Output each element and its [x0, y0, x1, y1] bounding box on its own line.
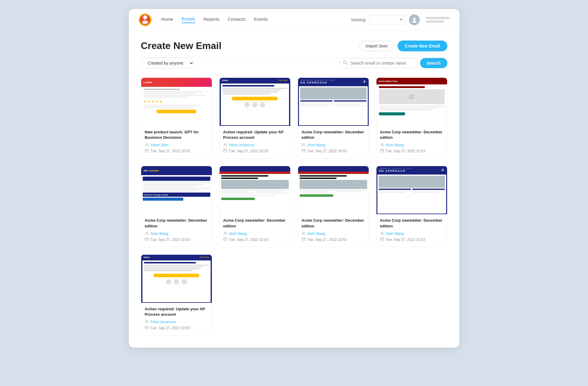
app-logo[interactable]: [139, 13, 152, 26]
author-name: Alvin Wang: [229, 232, 247, 236]
email-date-meta: Tue. Sep 27, 2022 10:53: [145, 237, 208, 242]
email-card[interactable]: Acme Corp newsletter: December edition A…: [298, 166, 369, 247]
email-author-meta: Alvin Wang: [380, 143, 443, 147]
created-by-filter[interactable]: Created by anyone: [141, 58, 194, 68]
person-icon: [145, 143, 149, 147]
person-icon: [380, 143, 384, 147]
email-date-meta: Tue. Sep 27, 2022 10:53: [380, 237, 443, 242]
email-title: Acme Corp newsletter: December edition: [380, 218, 443, 229]
svg-point-9: [146, 143, 148, 145]
email-thumbnail: LOREM ★ ★ ★ ★ ★: [141, 78, 212, 126]
svg-point-44: [381, 232, 383, 233]
email-info: Acme Corp newsletter: December edition A…: [298, 214, 369, 247]
person-icon: [145, 231, 149, 236]
email-date: Tue. Sep 27, 2022 10:53: [307, 238, 347, 242]
header-actions: Import Json Create New Email: [359, 41, 447, 51]
svg-rect-25: [380, 150, 384, 152]
person-icon: [223, 143, 227, 147]
author-name: Alvin Wang: [151, 232, 169, 236]
email-title: Action required: Update your AP Process …: [145, 306, 208, 317]
email-date-meta: Tue. Sep 27, 2022 10:53: [223, 149, 287, 153]
nav-right: Viewing: [351, 14, 450, 25]
email-date: Tue. Sep 27, 2022 10:53: [386, 238, 425, 242]
nav-links: Home Emails Reports Contacts Events: [161, 16, 341, 23]
nav-contacts[interactable]: Contacts: [228, 17, 245, 23]
person-icon: [223, 231, 227, 236]
email-thumbnail: [298, 166, 369, 214]
email-thumbnail: Dales The Pulse: [220, 78, 290, 126]
email-thumbnail: [220, 166, 290, 214]
svg-rect-45: [380, 238, 384, 241]
author-name: Alvin Wang: [307, 232, 325, 236]
email-info: New product launch: GPT for Business Dec…: [141, 126, 212, 158]
email-card[interactable]: THURSDAY, AUGUST 31, 2017 ON APPROACH ✈: [376, 166, 447, 247]
author-name: Petra Jovanovic: [151, 320, 176, 324]
email-thumbnail: THURSDAY, AUGUST 31, 2017 ON APPROACH ✈: [376, 166, 447, 214]
svg-point-3: [142, 20, 148, 24]
email-date: Tue. Sep 27, 2022 10:53: [151, 238, 190, 242]
navbar: Home Emails Reports Contacts Events View…: [129, 9, 459, 31]
import-json-button[interactable]: Import Json: [359, 41, 394, 51]
svg-point-6: [412, 20, 416, 23]
calendar-icon: [302, 237, 306, 242]
email-date-meta: Tue. Sep 27, 2022 10:53: [145, 326, 208, 330]
email-thumbnail: StanfordMed Pulse 🖼: [376, 78, 447, 126]
email-grid: LOREM ★ ★ ★ ★ ★: [129, 74, 459, 348]
page-title: Create New Email: [141, 40, 222, 51]
email-author-meta: Petra Jovanovic: [145, 320, 208, 324]
email-author-meta: Albert John: [145, 143, 208, 147]
nav-emails[interactable]: Emails: [182, 16, 195, 23]
svg-rect-30: [145, 238, 148, 241]
person-icon: [380, 231, 384, 236]
email-card[interactable]: THURSDAY, JANUARY 17, 2022 ON APPROACH ✈: [298, 78, 369, 159]
svg-rect-35: [224, 238, 227, 241]
calendar-icon: [145, 149, 149, 153]
email-card[interactable]: LOREM ★ ★ ★ ★ ★: [141, 78, 212, 159]
email-card[interactable]: NRS INSIDER Business Strategy Update: [141, 166, 212, 247]
svg-point-49: [146, 320, 148, 322]
email-card[interactable]: Acme Corp newsletter: December edition A…: [219, 166, 291, 247]
nav-events[interactable]: Events: [254, 17, 268, 23]
calendar-icon: [223, 149, 227, 153]
author-name: Alvin Wang: [307, 143, 325, 147]
email-title: Acme Corp newsletter: December edition: [223, 218, 287, 229]
viewing-select[interactable]: [369, 15, 405, 24]
search-area: Search: [340, 58, 447, 68]
svg-point-19: [303, 143, 304, 145]
email-author-meta: Petra Jovanovic: [223, 143, 287, 147]
avatar: [409, 14, 420, 25]
svg-point-29: [146, 232, 148, 233]
email-author-meta: Alvin Wang: [302, 231, 365, 236]
email-card[interactable]: Dales The Pulse: [141, 254, 212, 336]
email-thumbnail: NRS INSIDER Business Strategy Update: [141, 166, 212, 214]
email-date-meta: Tue. Sep 27, 2022 10:53: [223, 237, 287, 242]
viewing-label: Viewing: [351, 17, 366, 22]
email-info: Acme Corp newsletter: December edition A…: [298, 126, 369, 158]
email-thumbnail: THURSDAY, JANUARY 17, 2022 ON APPROACH ✈: [298, 78, 369, 126]
email-info: Acme Corp newsletter: December edition A…: [376, 214, 447, 247]
svg-rect-10: [145, 150, 148, 152]
search-input[interactable]: [340, 58, 418, 68]
page-header: Create New Email Import Json Create New …: [129, 31, 459, 57]
nav-home[interactable]: Home: [161, 17, 173, 23]
nav-reports[interactable]: Reports: [204, 17, 220, 23]
svg-point-34: [224, 232, 226, 233]
email-date: Tue. Sep 27, 2022 10:53: [386, 149, 425, 153]
svg-rect-50: [145, 327, 148, 329]
svg-rect-20: [302, 150, 305, 152]
calendar-icon: [145, 326, 149, 330]
email-date: Tue. Sep 27, 2022 10:53: [151, 326, 190, 330]
email-author-meta: Alvin Wang: [380, 231, 443, 236]
email-date-meta: Tue. Sep 27, 2022 10:53: [302, 149, 365, 153]
email-card[interactable]: StanfordMed Pulse 🖼 Acme Corp newsletter…: [376, 78, 447, 159]
calendar-icon: [380, 149, 384, 153]
email-card[interactable]: Dales The Pulse: [219, 78, 291, 159]
email-title: Acme Corp newsletter: December edition: [302, 218, 365, 229]
search-button[interactable]: Search: [420, 58, 447, 68]
svg-point-39: [303, 232, 304, 233]
create-new-email-button[interactable]: Create New Email: [398, 41, 447, 51]
email-author-meta: Alvin Wang: [145, 231, 208, 236]
calendar-icon: [145, 237, 149, 242]
calendar-icon: [302, 149, 306, 153]
email-title: Acme Corp newsletter: December edition: [145, 218, 208, 229]
